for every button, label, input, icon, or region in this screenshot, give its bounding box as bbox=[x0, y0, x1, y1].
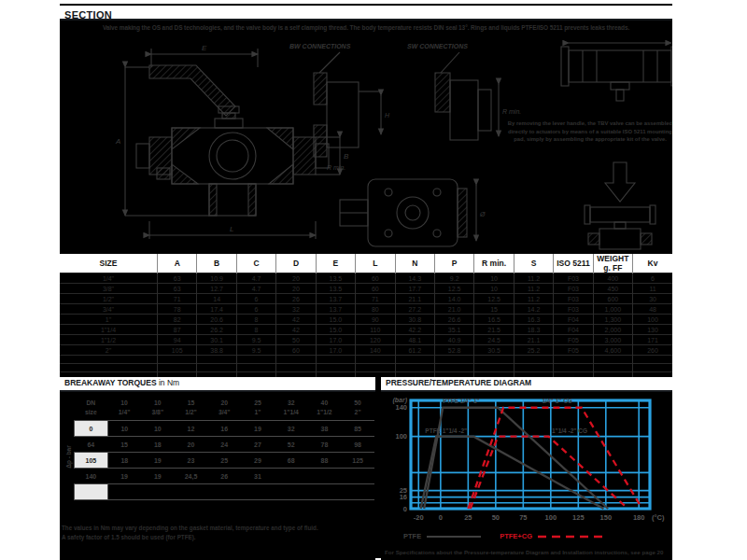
torque-row-label: 140 bbox=[75, 469, 108, 484]
technical-drawings: E bbox=[60, 39, 672, 254]
dim-table-cell: 13.7 bbox=[316, 294, 355, 304]
dim-table-cell bbox=[276, 364, 316, 372]
torque-row-label: 0 bbox=[75, 421, 108, 437]
dim-column-header: ISO 5211 bbox=[554, 254, 593, 273]
torque-table-cell: 18 bbox=[141, 437, 175, 453]
dim-table-cell: 4.7 bbox=[236, 273, 275, 284]
dim-table-cell: 110 bbox=[356, 325, 395, 335]
dim-table-cell: 3,000 bbox=[593, 335, 632, 345]
torque-table: DNsize101/4"103/8"151/2"203/4"251"321"1/… bbox=[74, 396, 374, 500]
dim-table-cell bbox=[60, 356, 158, 364]
torque-row-label bbox=[75, 484, 108, 500]
section-header-bar: SECTION bbox=[60, 6, 672, 21]
dim-l-label: L bbox=[230, 225, 233, 233]
dim-table-cell: 94 bbox=[158, 335, 197, 345]
dim-column-header: A bbox=[158, 254, 197, 273]
dim-table-cell bbox=[236, 356, 275, 364]
torque-table-row: 10518192325296888125 bbox=[75, 453, 375, 469]
torque-table-cell bbox=[275, 469, 308, 484]
dim-table-cell: 2,000 bbox=[593, 325, 632, 335]
torque-table-cell bbox=[275, 484, 308, 500]
dim-table-cell: 42 bbox=[276, 325, 316, 335]
chart-annotation: PTFE 1/4"-1" bbox=[443, 398, 479, 404]
pt-footnote: For Specifications about the Pressure-te… bbox=[385, 549, 676, 555]
dim-table-cell bbox=[316, 364, 355, 372]
dim-table-cell bbox=[554, 356, 593, 364]
torque-column-header: 151/2" bbox=[175, 396, 208, 421]
dim-table-cell: F04 bbox=[554, 315, 593, 325]
dim-table-row bbox=[60, 356, 672, 364]
dim-table-cell: 21.1 bbox=[514, 335, 553, 345]
torque-side-label: Δp - bar bbox=[65, 425, 72, 490]
dim-table-cell: 10 bbox=[474, 273, 514, 284]
torque-table-cell: 31 bbox=[241, 469, 275, 484]
dim-table-cell: 9.5 bbox=[236, 345, 275, 356]
dim-table-cell: 13.5 bbox=[316, 284, 355, 294]
dim-table-cell: 80 bbox=[356, 304, 395, 315]
dim-table-cell: 24.5 bbox=[474, 335, 514, 345]
torque-side-label-wrap: Δp - bar bbox=[62, 396, 74, 500]
torque-table-cell bbox=[141, 484, 175, 500]
pt-panel-title: PRESSURE/TEMPERATURE DIAGRAM bbox=[381, 377, 672, 392]
dim-table-cell: 3/4" bbox=[60, 304, 158, 315]
dim-table-row: 1/4"6310.94.72013.56014.39.21011.2F03400… bbox=[60, 273, 672, 284]
dim-table-cell: 1/4" bbox=[60, 273, 158, 284]
dim-table-cell: 15.0 bbox=[316, 315, 355, 325]
dim-table-cell bbox=[60, 364, 158, 372]
torque-table-row: 641518202427527898 bbox=[75, 437, 375, 453]
torque-column-header: 502" bbox=[341, 396, 374, 421]
dim-column-header: SIZE bbox=[60, 254, 158, 273]
dim-table-cell: 12.7 bbox=[197, 284, 236, 294]
flange-side-view: Ø bbox=[340, 179, 486, 246]
dim-table-cell: 14.3 bbox=[395, 273, 434, 284]
torque-table-cell bbox=[241, 484, 275, 500]
y-tick-label: 140 bbox=[395, 403, 407, 412]
dim-table-cell: 11 bbox=[633, 284, 672, 294]
dim-table-cell: 10.9 bbox=[197, 273, 236, 284]
torques-title-suffix: in Nm bbox=[157, 378, 180, 387]
dim-table-row bbox=[60, 364, 672, 372]
dim-table-cell bbox=[356, 364, 395, 372]
pt-legend: PTFE PTFE+CG bbox=[403, 532, 609, 540]
dim-table-cell: F03 bbox=[554, 294, 593, 304]
dim-table-cell: 60 bbox=[276, 345, 316, 356]
dim-table-cell: 16.3 bbox=[514, 315, 553, 325]
torque-table-cell: 18 bbox=[107, 453, 141, 469]
torque-column-header: 103/8" bbox=[141, 396, 175, 421]
torque-table-cell: 52 bbox=[275, 437, 308, 453]
dim-table-cell: 21.0 bbox=[434, 304, 473, 315]
dim-table-cell: 6 bbox=[236, 304, 275, 315]
dim-table-cell: 30.5 bbox=[474, 345, 514, 356]
dim-table-cell bbox=[514, 356, 553, 364]
dim-table-cell: 18.3 bbox=[514, 325, 553, 335]
bw-connections-label: BW CONNECTIONS bbox=[289, 43, 350, 49]
dim-table-cell bbox=[474, 356, 514, 364]
torque-footnote-2: A safety factor of 1.5 should be used (f… bbox=[62, 534, 196, 542]
legend-ptfe-line-icon bbox=[427, 534, 481, 539]
dim-table-cell: 63 bbox=[158, 273, 197, 284]
dim-table-cell: 600 bbox=[593, 294, 632, 304]
y-axis-label: (bar) bbox=[392, 397, 407, 404]
dim-b-label: B bbox=[344, 152, 349, 161]
datasheet-page: SECTION Valve making the OS and DS techn… bbox=[0, 0, 747, 560]
dim-table-cell bbox=[434, 364, 473, 372]
dim-table-cell: 87 bbox=[158, 325, 197, 335]
dim-table-cell: 71 bbox=[158, 294, 197, 304]
torque-row-label: 64 bbox=[75, 437, 108, 453]
dim-table-cell: 1" bbox=[60, 315, 158, 325]
dim-table-cell: 30 bbox=[633, 294, 672, 304]
dim-table-cell: F04 bbox=[554, 325, 593, 335]
dim-table-cell: 60 bbox=[356, 273, 395, 284]
torque-table-cell: 15 bbox=[107, 437, 141, 453]
torque-table-cell bbox=[308, 469, 342, 484]
dim-dia-label: Ø bbox=[479, 211, 486, 217]
breakaway-torques-panel: BREAKAWAY TORQUES in Nm Δp - bar DNsize1… bbox=[60, 377, 375, 560]
x-tick-label: 0 bbox=[439, 513, 443, 522]
x-tick-label: 25 bbox=[464, 513, 472, 522]
dim-table-cell: 9.5 bbox=[236, 335, 275, 345]
torque-table-cell: 19 bbox=[241, 421, 275, 437]
content-area: SECTION Valve making the OS and DS techn… bbox=[60, 4, 672, 558]
dim-table-cell: 21.5 bbox=[474, 325, 514, 335]
bw-connection-drawing: H R min. bbox=[314, 52, 390, 171]
pt-title: PRESSURE/TEMPERATURE DIAGRAM bbox=[386, 378, 531, 387]
